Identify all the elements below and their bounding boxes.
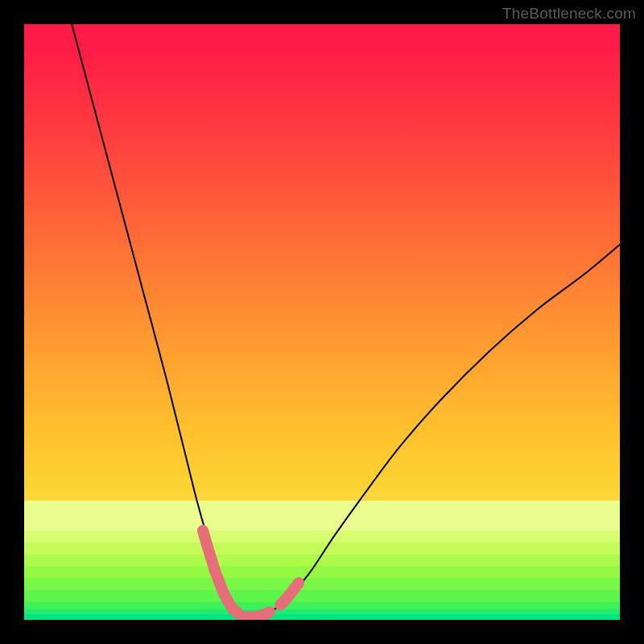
highlight-marker — [266, 612, 270, 613]
curve-svg — [24, 24, 620, 620]
bottleneck-curve — [72, 24, 620, 617]
highlight-marker — [295, 583, 299, 588]
watermark-text: TheBottleneck.com — [502, 5, 636, 23]
highlight-markers — [203, 530, 299, 617]
plot-area — [24, 24, 620, 620]
chart-frame: TheBottleneck.com — [0, 0, 644, 644]
